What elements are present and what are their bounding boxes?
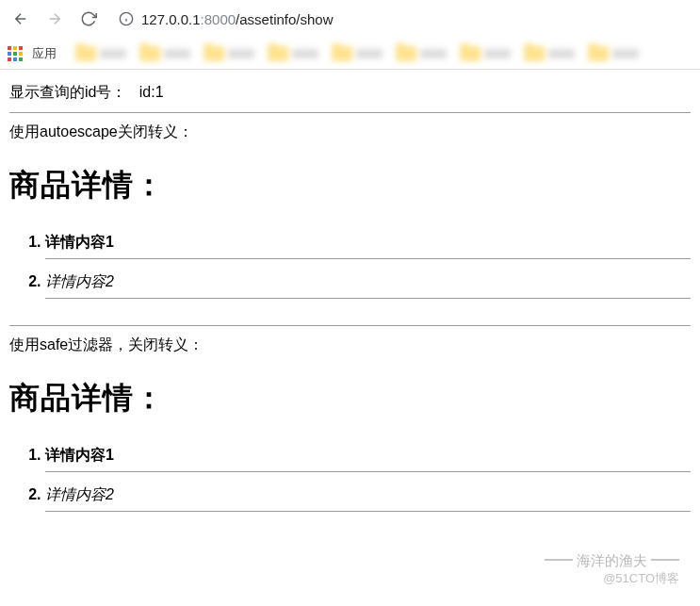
dash-icon	[545, 559, 573, 561]
url-host: 127.0.0.1	[141, 11, 201, 27]
list-item: 详情内容1	[45, 223, 691, 259]
detail-list: 详情内容1 详情内容2	[45, 223, 691, 299]
watermark: 海洋的渔夫 @51CTO博客	[545, 550, 679, 587]
divider	[9, 112, 691, 113]
list-item: 详情内容2	[45, 476, 691, 512]
bookmark-folder[interactable]	[524, 46, 575, 61]
list-item-text: 详情内容1	[45, 234, 114, 250]
list-item: 详情内容2	[45, 263, 691, 299]
apps-label[interactable]: 应用	[32, 45, 57, 62]
detail-list: 详情内容1 详情内容2	[45, 436, 691, 512]
bookmarks-bar: 应用	[0, 38, 700, 70]
bookmark-folder[interactable]	[332, 46, 383, 61]
apps-icon[interactable]	[8, 46, 23, 61]
bookmark-folder[interactable]	[139, 46, 190, 61]
watermark-text: 海洋的渔夫	[577, 550, 647, 570]
bookmark-folder[interactable]	[268, 46, 318, 61]
list-item: 详情内容1	[45, 436, 691, 472]
dash-icon	[651, 559, 679, 561]
page-body: 显示查询的id号： id:1 使用autoescape关闭转义： 商品详情： 详…	[0, 70, 700, 519]
list-item-text: 详情内容2	[45, 486, 114, 502]
id-value: id:1	[139, 84, 164, 100]
browser-toolbar: 127.0.0.1:8000/assetinfo/show	[0, 0, 700, 38]
url-text: 127.0.0.1:8000/assetinfo/show	[141, 11, 334, 27]
forward-button[interactable]	[41, 6, 68, 32]
bookmark-folder[interactable]	[203, 46, 254, 61]
bookmark-folder[interactable]	[75, 46, 126, 61]
watermark-subtext: @51CTO博客	[545, 570, 679, 587]
bookmark-folder[interactable]	[588, 46, 639, 61]
section-intro: 使用safe过滤器，关闭转义：	[9, 330, 691, 361]
bookmark-folder[interactable]	[460, 46, 511, 61]
section-heading: 商品详情：	[9, 165, 691, 206]
url-port: :8000	[201, 11, 236, 27]
id-label: 显示查询的id号：	[9, 84, 126, 100]
section-heading: 商品详情：	[9, 378, 691, 419]
list-item-text: 详情内容2	[45, 273, 114, 289]
bookmark-folder[interactable]	[396, 46, 447, 61]
id-line: 显示查询的id号： id:1	[9, 77, 691, 108]
section-intro: 使用autoescape关闭转义：	[9, 117, 691, 148]
reload-button[interactable]	[75, 6, 102, 32]
url-path: /assetinfo/show	[236, 11, 333, 27]
address-bar[interactable]: 127.0.0.1:8000/assetinfo/show	[109, 5, 692, 33]
divider	[9, 325, 691, 326]
bookmark-folders	[75, 46, 639, 61]
back-button[interactable]	[8, 6, 34, 32]
site-info-icon[interactable]	[119, 11, 134, 26]
list-item-text: 详情内容1	[45, 447, 114, 463]
